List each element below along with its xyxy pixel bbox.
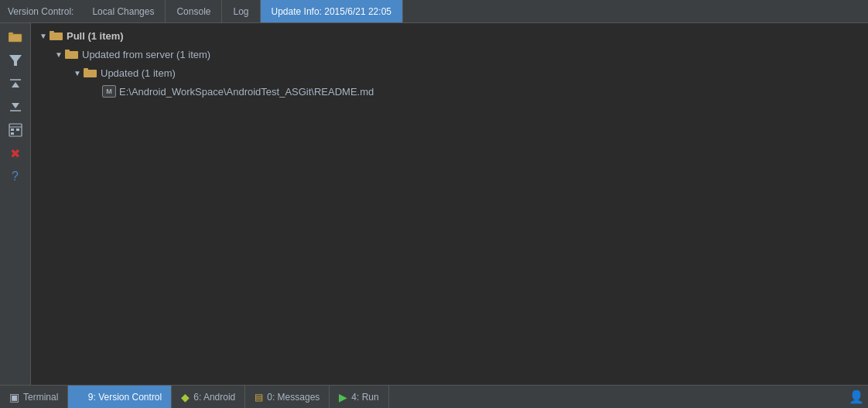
bottom-tab-messages[interactable]: ▤ 0: Messages bbox=[245, 386, 330, 408]
android-icon: ◆ bbox=[181, 391, 190, 403]
tab-log[interactable]: Log bbox=[222, 0, 260, 22]
svg-rect-15 bbox=[65, 50, 70, 52]
expand-bottom-button[interactable] bbox=[5, 96, 26, 118]
bottom-tab-version-control[interactable]: ● 9: Version Control bbox=[68, 386, 172, 408]
svg-rect-16 bbox=[84, 70, 97, 77]
tree-row-pull[interactable]: ▼ Pull (1 item) bbox=[31, 26, 868, 45]
tree-row-updated-from-server[interactable]: ▼ Updated from server (1 item) bbox=[31, 45, 868, 63]
avatar-icon: 👤 bbox=[849, 389, 864, 404]
tree-content[interactable]: ▼ Pull (1 item) ▼ Updated from server (1… bbox=[31, 23, 868, 385]
file-badge-m: M bbox=[102, 85, 116, 98]
main-area: ✖ ? ▼ Pull (1 item) ▼ bbox=[0, 23, 868, 385]
svg-rect-13 bbox=[50, 31, 54, 33]
svg-marker-4 bbox=[12, 82, 19, 87]
updated-from-server-label: Updated from server (1 item) bbox=[82, 49, 210, 60]
tab-local-changes[interactable]: Local Changes bbox=[81, 0, 166, 22]
bottom-bar: ▣ Terminal ● 9: Version Control ◆ 6: And… bbox=[0, 385, 868, 408]
vc-label: 9: Version Control bbox=[88, 392, 162, 403]
bottom-tab-android[interactable]: ◆ 6: Android bbox=[172, 386, 245, 408]
readme-path: E:\Android_WorkSpace\AndroidTest_ASGit\R… bbox=[119, 86, 374, 98]
arrow-pull[interactable]: ▼ bbox=[37, 32, 50, 40]
tree-row-updated[interactable]: ▼ Updated (1 item) bbox=[31, 63, 868, 82]
history-button[interactable] bbox=[5, 119, 26, 141]
open-button[interactable] bbox=[5, 26, 26, 48]
help-button[interactable]: ? bbox=[5, 166, 26, 187]
arrow-updated[interactable]: ▼ bbox=[71, 69, 84, 77]
svg-marker-6 bbox=[12, 103, 19, 108]
pull-label: Pull (1 item) bbox=[67, 30, 124, 42]
svg-rect-17 bbox=[84, 68, 88, 70]
svg-rect-1 bbox=[9, 33, 13, 35]
terminal-label: Terminal bbox=[23, 392, 58, 403]
folder-icon-pull bbox=[50, 30, 63, 41]
svg-rect-0 bbox=[9, 34, 22, 42]
updated-label: Updated (1 item) bbox=[101, 67, 176, 79]
tab-console[interactable]: Console bbox=[166, 0, 222, 22]
tab-bar: Version Control: Local Changes Console L… bbox=[0, 0, 868, 23]
collapse-top-button[interactable] bbox=[5, 73, 26, 94]
terminal-icon: ▣ bbox=[9, 391, 19, 403]
folder-icon-updated-from-server bbox=[65, 49, 79, 60]
folder-icon-updated bbox=[84, 67, 97, 78]
avatar-button[interactable]: 👤 bbox=[845, 386, 868, 408]
vc-icon: ● bbox=[77, 391, 84, 403]
bottom-spacer bbox=[389, 386, 845, 408]
version-control-label: Version Control: bbox=[0, 0, 81, 22]
tab-spacer bbox=[403, 0, 868, 22]
svg-rect-11 bbox=[11, 132, 14, 135]
filter-button[interactable] bbox=[5, 50, 26, 71]
svg-rect-10 bbox=[16, 129, 19, 131]
delete-button[interactable]: ✖ bbox=[5, 142, 26, 164]
android-label: 6: Android bbox=[193, 392, 235, 403]
arrow-updated-from-server[interactable]: ▼ bbox=[53, 50, 65, 59]
svg-rect-12 bbox=[50, 33, 63, 40]
svg-rect-14 bbox=[65, 51, 78, 59]
svg-rect-9 bbox=[11, 129, 14, 131]
bottom-tab-terminal[interactable]: ▣ Terminal bbox=[0, 386, 68, 408]
run-icon: ▶ bbox=[339, 391, 347, 403]
messages-icon: ▤ bbox=[255, 392, 263, 403]
messages-label: 0: Messages bbox=[267, 392, 320, 403]
bottom-tab-run[interactable]: ▶ 4: Run bbox=[330, 386, 388, 408]
tab-update-info[interactable]: Update Info: 2015/6/21 22:05 bbox=[261, 0, 403, 22]
run-label: 4: Run bbox=[351, 392, 378, 403]
left-toolbar: ✖ ? bbox=[0, 23, 31, 385]
tree-row-readme[interactable]: M E:\Android_WorkSpace\AndroidTest_ASGit… bbox=[31, 82, 868, 101]
svg-marker-2 bbox=[9, 55, 22, 66]
